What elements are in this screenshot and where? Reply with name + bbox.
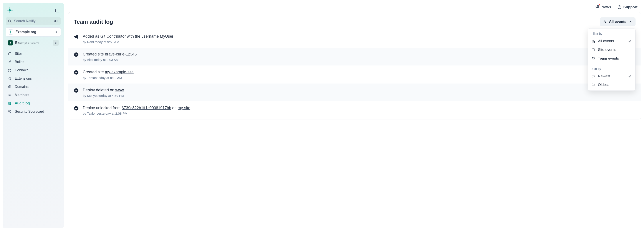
- divider: [588, 64, 635, 64]
- sidebar-nav: Sites Builds Connect Extensions Domains …: [5, 50, 62, 116]
- log-meta: by Alex today at 9:03 AM: [83, 58, 136, 62]
- support-label: Support: [623, 5, 638, 9]
- filter-option-site-events[interactable]: Site events: [588, 46, 635, 54]
- shield-icon: [8, 110, 12, 114]
- log-link[interactable]: my-site: [178, 106, 190, 110]
- svg-point-33: [10, 94, 11, 95]
- sidebar-item-label: Builds: [15, 60, 24, 64]
- sidebar-item-label: Audit log: [15, 101, 30, 105]
- sort-section-label: Sort by: [588, 65, 635, 72]
- svg-point-61: [74, 88, 78, 93]
- team-icon: [8, 40, 13, 46]
- news-link[interactable]: News: [595, 4, 611, 10]
- log-list: Added as Git Contributor with the userna…: [68, 30, 641, 119]
- sidebar-item-label: Members: [15, 93, 29, 97]
- log-title: Created site brave-curie-12345: [83, 52, 136, 57]
- team-switcher[interactable]: Example team: [6, 38, 61, 47]
- audit-log-panel: Team audit log All events Filter by All …: [68, 12, 642, 119]
- svg-point-32: [9, 94, 10, 95]
- members-icon: [8, 93, 12, 97]
- list-check-icon: [592, 39, 595, 43]
- log-title: Created site my-example-site: [83, 69, 134, 75]
- log-text: Deploy unlocked from: [83, 106, 122, 110]
- sort-asc-icon: [592, 83, 595, 87]
- log-row: Added as Git Contributor with the userna…: [68, 30, 641, 48]
- sidebar-item-label: Security Scorecard: [15, 110, 44, 114]
- sidebar-item-connect[interactable]: Connect: [5, 66, 62, 74]
- sort-option-newest[interactable]: Newest: [588, 72, 635, 81]
- sidebar-item-label: Connect: [15, 68, 28, 72]
- check-icon: [74, 106, 79, 111]
- search-shortcut: ⌘K: [54, 19, 59, 23]
- svg-point-52: [594, 58, 595, 59]
- news-label: News: [602, 5, 611, 9]
- chevron-up-down-icon: [53, 40, 59, 46]
- filter-option-team-events[interactable]: Team events: [588, 54, 635, 63]
- sidebar-item-security-scorecard[interactable]: Security Scorecard: [5, 107, 62, 116]
- log-text: Deploy deleted on: [83, 88, 115, 92]
- log-link[interactable]: my-example-site: [105, 70, 134, 74]
- log-link[interactable]: brave-curie-12345: [105, 52, 136, 56]
- members-icon: [592, 57, 595, 61]
- svg-rect-6: [56, 9, 59, 12]
- log-text: Added as Git Contributor with the userna…: [83, 34, 173, 39]
- log-title: Deploy unlocked from 6739c822b1ff1c00081…: [83, 105, 190, 111]
- audit-log-icon: [8, 101, 12, 105]
- sort-desc-icon: [592, 74, 595, 78]
- filter-option-label: Team events: [598, 56, 619, 61]
- sidebar-item-sites[interactable]: Sites: [5, 50, 62, 58]
- svg-point-23: [8, 69, 9, 70]
- log-link[interactable]: 6739c822b1ff1c00081917bb: [122, 106, 171, 110]
- sidebar-item-label: Extensions: [15, 77, 32, 81]
- builds-icon: [8, 60, 12, 64]
- help-icon: [617, 5, 622, 9]
- filter-dropdown-button[interactable]: All events: [600, 18, 636, 26]
- svg-rect-10: [10, 31, 11, 33]
- extensions-icon: [8, 77, 12, 81]
- sort-option-label: Oldest: [598, 83, 608, 87]
- check-icon: [628, 39, 632, 43]
- svg-point-59: [74, 52, 78, 57]
- megaphone-icon: [74, 34, 79, 39]
- filter-section-label: Filter by: [588, 30, 635, 37]
- sidebar: n Search Netlify... ⌘K Example org: [2, 3, 64, 228]
- team-label: Example team: [15, 41, 53, 45]
- page-title: Team audit log: [74, 19, 113, 25]
- chevron-up-icon: [628, 20, 632, 24]
- sidebar-collapse-icon[interactable]: [55, 8, 60, 13]
- svg-text:n: n: [9, 9, 10, 11]
- sidebar-item-builds[interactable]: Builds: [5, 58, 62, 66]
- sidebar-item-label: Sites: [15, 52, 22, 56]
- sidebar-item-domains[interactable]: Domains: [5, 83, 62, 91]
- log-meta: by Tomas today at 8:19 AM: [83, 76, 134, 80]
- log-title: Deploy deleted on www: [83, 87, 124, 93]
- filter-option-all-events[interactable]: All events: [588, 37, 635, 46]
- sidebar-item-extensions[interactable]: Extensions: [5, 74, 62, 83]
- log-row: Deploy deleted on wwwby Mei yesterday at…: [68, 84, 641, 101]
- log-meta: by Taylor yesterday at 2:08 PM: [83, 112, 190, 115]
- sidebar-item-members[interactable]: Members: [5, 91, 62, 99]
- filter-option-label: All events: [598, 39, 614, 43]
- org-icon: [8, 29, 13, 35]
- log-meta: by Mei yesterday at 4:39 PM: [83, 94, 124, 97]
- svg-rect-20: [8, 53, 11, 55]
- search-placeholder: Search Netlify...: [14, 19, 54, 23]
- svg-point-60: [74, 70, 78, 75]
- support-link[interactable]: Support: [617, 5, 638, 9]
- filter-button-label: All events: [609, 20, 626, 24]
- log-row: Created site my-example-siteby Tomas tod…: [68, 66, 641, 83]
- chevron-up-down-icon: [54, 29, 58, 35]
- sort-option-label: Newest: [598, 74, 610, 78]
- svg-line-9: [10, 22, 11, 23]
- svg-point-24: [10, 69, 11, 70]
- org-switcher[interactable]: Example org: [6, 28, 61, 37]
- log-text: Created site: [83, 70, 105, 74]
- domains-icon: [8, 85, 12, 89]
- sites-icon: [8, 52, 12, 56]
- org-label: Example org: [16, 30, 54, 34]
- log-link[interactable]: www: [115, 88, 124, 92]
- sort-option-oldest[interactable]: Oldest: [588, 81, 635, 89]
- sidebar-item-audit-log[interactable]: Audit log: [5, 99, 62, 107]
- sites-icon: [592, 48, 595, 52]
- search-input[interactable]: Search Netlify... ⌘K: [6, 18, 61, 25]
